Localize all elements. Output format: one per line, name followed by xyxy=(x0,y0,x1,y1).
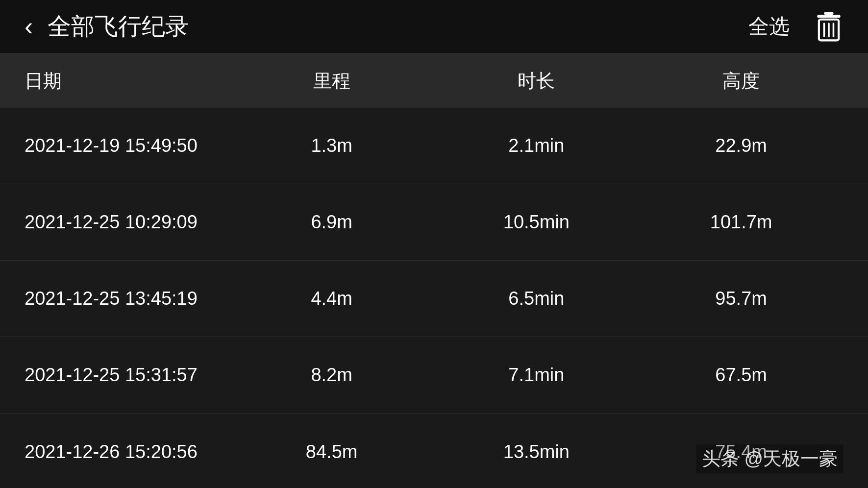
trash-icon xyxy=(815,11,843,42)
table-row[interactable]: 2021-12-25 15:31:578.2m7.1min67.5m xyxy=(0,337,868,414)
watermark: 头条 @天极一豪 xyxy=(696,444,843,473)
cell-date: 2021-12-26 15:20:56 xyxy=(25,441,229,463)
cell-altitude: 67.5m xyxy=(639,365,843,386)
col-header-date: 日期 xyxy=(25,69,229,94)
col-header-duration: 时长 xyxy=(434,69,639,94)
page-title: 全部飞行纪录 xyxy=(48,11,189,42)
svg-rect-0 xyxy=(817,15,840,18)
column-headers: 日期 里程 时长 高度 xyxy=(0,54,868,108)
col-header-distance: 里程 xyxy=(229,69,434,94)
cell-distance: 84.5m xyxy=(229,441,434,463)
cell-duration: 2.1min xyxy=(434,135,639,156)
delete-button[interactable] xyxy=(814,12,843,41)
table-row[interactable]: 2021-12-25 10:29:096.9m10.5min101.7m xyxy=(0,184,868,261)
header: ‹ 全部飞行纪录 全选 xyxy=(0,0,868,54)
cell-duration: 7.1min xyxy=(434,365,639,386)
cell-duration: 13.5min xyxy=(434,441,639,463)
cell-duration: 10.5min xyxy=(434,212,639,233)
cell-distance: 6.9m xyxy=(229,212,434,233)
back-button[interactable]: ‹ xyxy=(25,14,33,39)
select-all-button[interactable]: 全选 xyxy=(748,13,790,40)
cell-date: 2021-12-19 15:49:50 xyxy=(25,135,229,156)
cell-altitude: 101.7m xyxy=(639,212,843,233)
cell-altitude: 22.9m xyxy=(639,135,843,156)
table-row[interactable]: 2021-12-19 15:49:501.3m2.1min22.9m xyxy=(0,108,868,184)
cell-date: 2021-12-25 10:29:09 xyxy=(25,212,229,233)
header-right: 全选 xyxy=(748,12,843,41)
cell-date: 2021-12-25 13:45:19 xyxy=(25,288,229,309)
svg-rect-1 xyxy=(824,12,834,15)
cell-distance: 8.2m xyxy=(229,365,434,386)
cell-distance: 1.3m xyxy=(229,135,434,156)
table-row[interactable]: 2021-12-25 13:45:194.4m6.5min95.7m xyxy=(0,261,868,337)
table-body: 2021-12-19 15:49:501.3m2.1min22.9m2021-1… xyxy=(0,108,868,488)
header-left: ‹ 全部飞行纪录 xyxy=(25,11,189,42)
cell-date: 2021-12-25 15:31:57 xyxy=(25,365,229,386)
col-header-altitude: 高度 xyxy=(639,69,843,94)
cell-duration: 6.5min xyxy=(434,288,639,309)
cell-altitude: 95.7m xyxy=(639,288,843,309)
cell-distance: 4.4m xyxy=(229,288,434,309)
